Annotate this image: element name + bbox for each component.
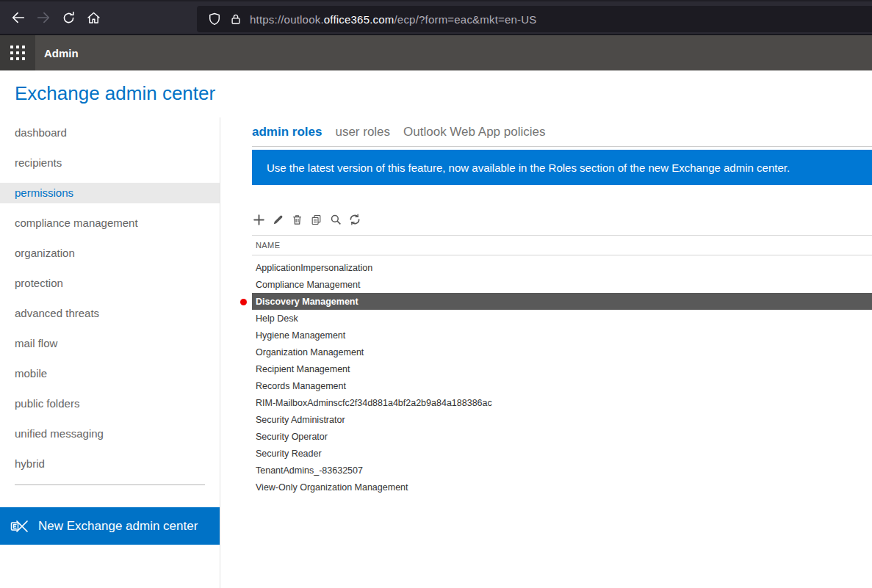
plus-icon bbox=[252, 213, 266, 227]
table-row[interactable]: Records Management bbox=[252, 377, 872, 394]
notice-banner: Use the latest version of this feature, … bbox=[252, 150, 872, 185]
tab-user-roles[interactable]: user roles bbox=[335, 125, 390, 139]
sidebar-item-mobile[interactable]: mobile bbox=[0, 358, 220, 388]
table-row-selected[interactable]: Discovery Management bbox=[252, 293, 872, 310]
waffle-icon bbox=[10, 46, 25, 60]
table-row[interactable]: View-Only Organization Management bbox=[252, 479, 872, 496]
table-row[interactable]: Security Administrator bbox=[252, 411, 872, 428]
reload-button[interactable] bbox=[60, 9, 77, 26]
back-arrow-icon bbox=[10, 10, 26, 26]
table-row[interactable]: Recipient Management bbox=[252, 360, 872, 377]
copy-icon bbox=[310, 214, 323, 226]
column-header-name: NAME bbox=[256, 241, 280, 250]
refresh-icon bbox=[348, 213, 361, 226]
sidebar-item-hybrid[interactable]: hybrid bbox=[0, 449, 220, 479]
reload-icon bbox=[61, 10, 76, 26]
notice-text: Use the latest version of this feature, … bbox=[267, 161, 790, 174]
table-row[interactable]: Compliance Management bbox=[252, 276, 872, 293]
address-bar[interactable]: https://outlook.office365.com/ecp/?form=… bbox=[197, 6, 872, 32]
sidebar-nav: dashboard recipients permissions complia… bbox=[0, 117, 220, 588]
sidebar-item-advanced-threats[interactable]: advanced threats bbox=[0, 298, 220, 328]
table-row[interactable]: Security Operator bbox=[252, 428, 872, 445]
home-button[interactable] bbox=[84, 9, 102, 26]
sidebar-item-recipients[interactable]: recipients bbox=[0, 148, 220, 178]
tracking-shield-icon[interactable] bbox=[207, 12, 222, 26]
page-title: Exchange admin center bbox=[15, 82, 872, 105]
table-row[interactable]: Security Reader bbox=[252, 445, 872, 462]
app-title: Admin bbox=[44, 47, 79, 59]
new-exchange-admin-center-banner[interactable]: New Exchange admin center bbox=[0, 507, 220, 545]
home-icon bbox=[86, 10, 101, 26]
table-row[interactable]: Hygiene Management bbox=[252, 327, 872, 344]
tab-owa-policies[interactable]: Outlook Web App policies bbox=[403, 125, 545, 139]
table-row[interactable]: Organization Management bbox=[252, 344, 872, 360]
delete-button[interactable] bbox=[290, 211, 304, 228]
sidebar-item-dashboard[interactable]: dashboard bbox=[0, 117, 220, 148]
sidebar-item-organization[interactable]: organization bbox=[0, 238, 220, 268]
tab-bar: admin roles user roles Outlook Web App p… bbox=[252, 117, 872, 147]
page-header: Exchange admin center bbox=[0, 70, 872, 117]
exchange-logo-icon bbox=[10, 518, 29, 534]
add-button[interactable] bbox=[252, 211, 266, 228]
sidebar-item-compliance-management[interactable]: compliance management bbox=[0, 208, 220, 238]
new-exchange-admin-center-label: New Exchange admin center bbox=[38, 519, 198, 534]
browser-toolbar: https://outlook.office365.com/ecp/?form=… bbox=[0, 0, 872, 35]
table-header: NAME bbox=[252, 235, 872, 255]
tab-admin-roles[interactable]: admin roles bbox=[252, 125, 322, 139]
table-row[interactable]: Help Desk bbox=[252, 310, 872, 327]
edit-button[interactable] bbox=[271, 211, 285, 228]
roles-table: NAME ApplicationImpersonalization Compli… bbox=[252, 235, 872, 496]
trash-icon bbox=[291, 214, 303, 226]
sidebar-item-public-folders[interactable]: public folders bbox=[0, 388, 220, 418]
lock-icon[interactable] bbox=[229, 12, 242, 26]
refresh-button[interactable] bbox=[347, 211, 361, 228]
forward-arrow-icon bbox=[35, 10, 51, 26]
table-row[interactable]: TenantAdmins_-83632507 bbox=[252, 462, 872, 479]
search-button[interactable] bbox=[328, 211, 342, 228]
sidebar-item-mail-flow[interactable]: mail flow bbox=[0, 328, 220, 358]
main-content: admin roles user roles Outlook Web App p… bbox=[220, 117, 872, 588]
table-row[interactable]: RIM-MailboxAdminscfc2f34d881a4bf2a2b9a84… bbox=[252, 394, 872, 411]
search-icon bbox=[329, 213, 342, 226]
table-row[interactable]: ApplicationImpersonalization bbox=[252, 259, 872, 276]
table-body: ApplicationImpersonalization Compliance … bbox=[252, 255, 872, 496]
sidebar-divider bbox=[15, 484, 205, 485]
copy-button[interactable] bbox=[309, 211, 323, 228]
app-launcher-button[interactable] bbox=[0, 35, 35, 70]
pencil-icon bbox=[272, 214, 284, 226]
url-text: https://outlook.office365.com/ecp/?form=… bbox=[250, 13, 537, 26]
sidebar-item-protection[interactable]: protection bbox=[0, 268, 220, 298]
annotation-red-dot bbox=[240, 299, 247, 305]
o365-header-bar: Admin bbox=[0, 35, 872, 70]
sidebar-item-unified-messaging[interactable]: unified messaging bbox=[0, 418, 220, 449]
roles-toolbar bbox=[252, 211, 872, 228]
forward-button[interactable] bbox=[35, 9, 52, 26]
back-button[interactable] bbox=[10, 9, 27, 26]
sidebar-item-permissions[interactable]: permissions bbox=[0, 178, 220, 208]
